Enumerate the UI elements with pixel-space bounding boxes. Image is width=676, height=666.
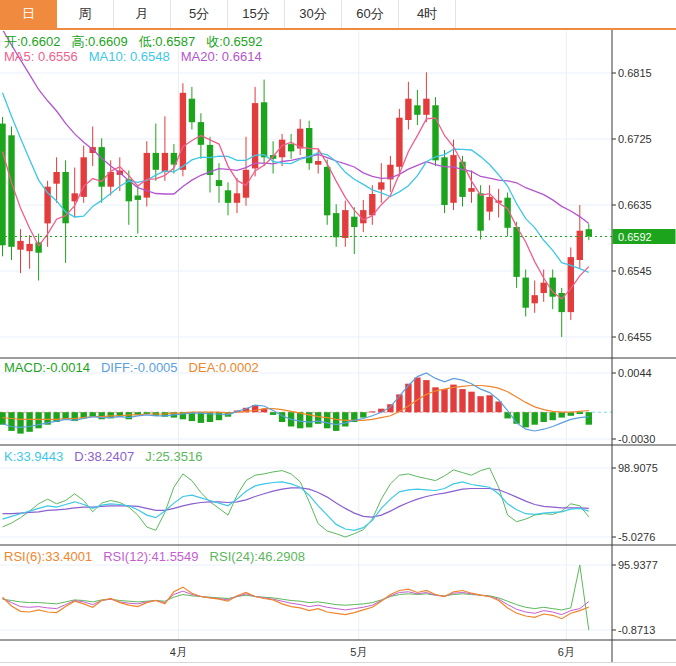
svg-text:0.6545: 0.6545 [618, 265, 652, 277]
tab-period-2[interactable]: 月 [114, 0, 171, 28]
kdj-lines-layer [3, 468, 589, 537]
svg-text:-5.0276: -5.0276 [618, 531, 655, 543]
panel-dividers [0, 30, 676, 663]
svg-text:0.6455: 0.6455 [618, 331, 652, 343]
rsi-lines-layer [3, 565, 589, 630]
svg-text:95.9377: 95.9377 [618, 559, 658, 571]
svg-text:0.6815: 0.6815 [618, 67, 652, 79]
svg-text:0.6725: 0.6725 [618, 133, 652, 145]
svg-text:4月: 4月 [170, 646, 187, 658]
axis-labels: 0.68150.67250.66350.65450.64550.0044-0.0… [612, 67, 658, 636]
tab-period-7[interactable]: 4时 [399, 0, 456, 28]
chart-canvas[interactable]: 0.68150.67250.66350.65450.64550.0044-0.0… [0, 0, 676, 666]
svg-text:98.9075: 98.9075 [618, 462, 658, 474]
tab-period-5[interactable]: 30分 [285, 0, 342, 28]
period-tab-bar: 日周月5分15分30分60分4时 [0, 0, 676, 30]
macd-histogram-layer [0, 373, 592, 434]
tab-period-1[interactable]: 周 [57, 0, 114, 28]
svg-text:-0.8713: -0.8713 [618, 624, 655, 636]
ma-lines-layer [3, 30, 589, 299]
tab-period-4[interactable]: 15分 [228, 0, 285, 28]
svg-text:-0.0030: -0.0030 [618, 433, 655, 445]
svg-text:5月: 5月 [350, 646, 367, 658]
svg-text:0.6635: 0.6635 [618, 199, 652, 211]
tab-period-0[interactable]: 日 [0, 0, 57, 28]
tab-period-3[interactable]: 5分 [171, 0, 228, 28]
trading-chart-page: { "app": { "tabs": [ {"label": "日", "act… [0, 0, 676, 666]
svg-text:0.0044: 0.0044 [618, 367, 652, 379]
svg-text:6月: 6月 [558, 646, 575, 658]
x-axis-labels: 4月5月6月 [170, 646, 575, 658]
tab-period-6[interactable]: 60分 [342, 0, 399, 28]
current-price-badge: 0.6592 [613, 229, 676, 244]
svg-text:0.6592: 0.6592 [618, 231, 652, 243]
grid-layer [0, 31, 612, 640]
